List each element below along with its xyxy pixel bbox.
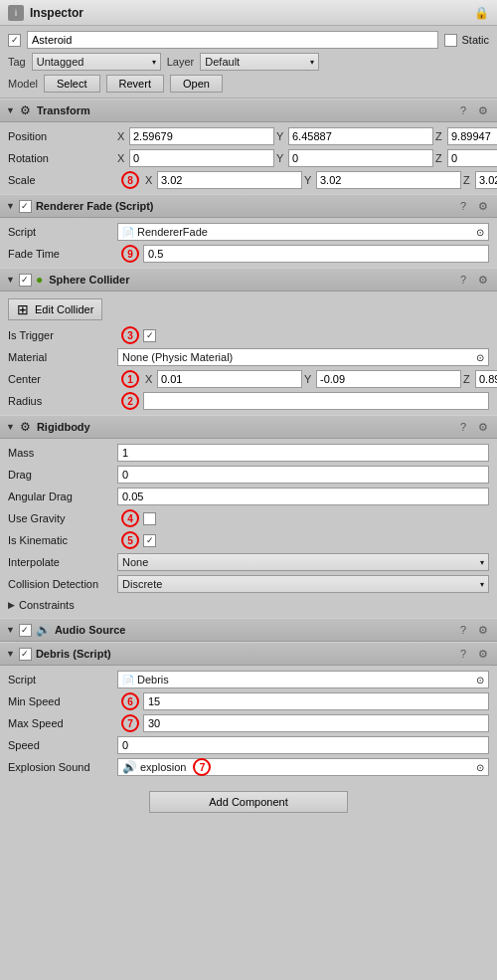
position-xyz: X Y Z [117, 127, 497, 145]
constraints-row[interactable]: ▶ Constraints [0, 595, 497, 615]
drag-label: Drag [8, 469, 117, 481]
fade-time-label: Fade Time [8, 248, 117, 260]
transform-help-icon[interactable]: ? [455, 102, 471, 118]
angular-drag-field[interactable] [117, 488, 489, 505]
min-speed-area: 6 [117, 692, 489, 710]
rigidbody-help-icon[interactable]: ? [455, 419, 471, 435]
script-row: Script 📄 RendererFade ⊙ [0, 221, 497, 243]
interpolate-row: Interpolate None ▾ [0, 551, 497, 573]
debris-title: Debris (Script) [36, 648, 451, 660]
sphere-collider-settings-icon[interactable]: ⚙ [475, 272, 491, 288]
renderer-fade-settings-icon[interactable]: ⚙ [475, 198, 491, 214]
rotation-x-field[interactable] [129, 149, 274, 167]
sphere-collider-help-icon[interactable]: ? [455, 272, 471, 288]
use-gravity-area: 4 [117, 509, 156, 527]
rigidbody-settings-icon[interactable]: ⚙ [475, 419, 491, 435]
is-kinematic-checkbox[interactable] [143, 534, 156, 547]
max-speed-area: 7 [117, 714, 489, 732]
fade-time-field[interactable] [143, 245, 489, 263]
renderer-fade-help-icon[interactable]: ? [455, 198, 471, 214]
select-button[interactable]: Select [44, 75, 100, 93]
revert-button[interactable]: Revert [106, 75, 164, 93]
renderer-fade-section-header[interactable]: ▼ Renderer Fade (Script) ? ⚙ [0, 194, 497, 218]
angular-drag-label: Angular Drag [8, 490, 117, 502]
static-checkbox[interactable] [444, 34, 457, 47]
renderer-fade-enabled-checkbox[interactable] [19, 200, 32, 213]
audio-source-settings-icon[interactable]: ⚙ [475, 622, 491, 638]
gameobject-name-field[interactable] [27, 31, 438, 49]
scale-z-field[interactable] [475, 171, 497, 189]
sphere-collider-section-header[interactable]: ▼ ● Sphere Collider ? ⚙ [0, 268, 497, 292]
rotation-z-field[interactable] [447, 149, 497, 167]
explosion-inner: 🔊 explosion 7 [122, 758, 211, 776]
collision-detection-dropdown[interactable]: Discrete ▾ [117, 575, 489, 593]
is-trigger-checkbox[interactable] [143, 329, 156, 342]
position-x-field[interactable] [129, 127, 274, 145]
debris-help-icon[interactable]: ? [455, 646, 471, 662]
radius-label: Radius [8, 395, 117, 407]
sphere-collider-enabled-checkbox[interactable] [19, 274, 32, 287]
transform-section-header[interactable]: ▼ ⚙ Transform ? ⚙ [0, 98, 497, 122]
edit-collider-icon: ⊞ [17, 301, 29, 317]
scale-y-field[interactable] [316, 171, 461, 189]
renderer-fade-actions: ? ⚙ [455, 198, 491, 214]
inspector-icon: i [8, 5, 24, 21]
edit-collider-button[interactable]: ⊞ Edit Collider [8, 298, 102, 320]
tag-dropdown[interactable]: Untagged ▾ [32, 53, 161, 71]
use-gravity-checkbox[interactable] [143, 512, 156, 525]
rotation-label: Rotation [8, 152, 117, 164]
audio-icon: 🔊 [36, 623, 51, 637]
use-gravity-row: Use Gravity 4 [0, 507, 497, 529]
radius-field[interactable]: 1.49 [143, 392, 489, 410]
script-label: Script [8, 226, 117, 238]
center-z-field[interactable] [475, 370, 497, 388]
material-row: Material None (Physic Material) ⊙ [0, 346, 497, 368]
debris-enabled-checkbox[interactable] [19, 648, 32, 661]
interpolate-label: Interpolate [8, 556, 117, 568]
scale-row: Scale 8 X Y Z [0, 169, 497, 191]
rigidbody-title: Rigidbody [37, 421, 451, 433]
script-circle-icon: ⊙ [476, 227, 484, 238]
rotation-y-field[interactable] [288, 149, 433, 167]
is-trigger-row: Is Trigger 3 [0, 324, 497, 346]
center-y-field[interactable] [316, 370, 461, 388]
drag-field[interactable] [117, 466, 489, 484]
scale-x-field[interactable] [157, 171, 302, 189]
min-speed-field[interactable] [143, 692, 489, 710]
is-trigger-label: Is Trigger [8, 329, 117, 341]
transform-icon: ⚙ [19, 103, 33, 117]
center-x-field[interactable] [157, 370, 302, 388]
position-y-field[interactable] [288, 127, 433, 145]
debris-settings-icon[interactable]: ⚙ [475, 646, 491, 662]
tag-label: Tag [8, 56, 26, 68]
interpolate-dropdown[interactable]: None ▾ [117, 553, 489, 571]
position-label: Position [8, 130, 117, 142]
audio-source-section-header[interactable]: ▼ 🔊 Audio Source ? ⚙ [0, 618, 497, 642]
add-component-area: Add Component [0, 781, 497, 823]
add-component-button[interactable]: Add Component [149, 791, 348, 813]
layer-dropdown[interactable]: Default ▾ [200, 53, 319, 71]
debris-section-header[interactable]: ▼ Debris (Script) ? ⚙ [0, 642, 497, 666]
position-z-field[interactable] [447, 127, 497, 145]
transform-settings-icon[interactable]: ⚙ [475, 102, 491, 118]
script-icon: 📄 [122, 227, 134, 238]
lock-icon[interactable]: 🔒 [474, 6, 489, 20]
model-label: Model [8, 78, 38, 90]
audio-source-enabled-checkbox[interactable] [19, 624, 32, 637]
mass-field[interactable] [117, 444, 489, 462]
rigidbody-section-header[interactable]: ▼ ⚙ Rigidbody ? ⚙ [0, 415, 497, 439]
gameobject-enabled-checkbox[interactable] [8, 34, 21, 47]
speed-field[interactable] [117, 736, 489, 754]
sphere-collider-actions: ? ⚙ [455, 272, 491, 288]
max-speed-field[interactable] [143, 714, 489, 732]
debris-script-row: Script 📄 Debris ⊙ [0, 669, 497, 690]
sphere-icon: ● [36, 273, 43, 287]
annotation-6: 6 [121, 692, 139, 710]
audio-source-help-icon[interactable]: ? [455, 622, 471, 638]
explosion-sound-field: 🔊 explosion 7 ⊙ [117, 758, 489, 776]
open-button[interactable]: Open [170, 75, 223, 93]
debris-script-label: Script [8, 674, 117, 686]
material-circle-icon: ⊙ [476, 352, 484, 363]
drag-row: Drag [0, 464, 497, 486]
position-row: Position X Y Z [0, 125, 497, 147]
